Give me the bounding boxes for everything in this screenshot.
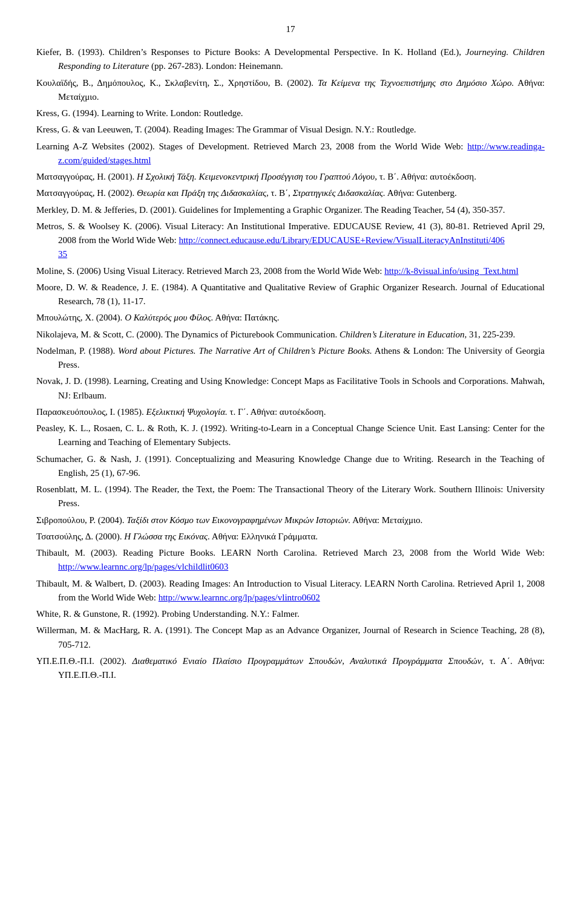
reference-entry: Nikolajeva, M. & Scott, C. (2000). The D… bbox=[36, 328, 545, 342]
reference-entry: Ματσαγγούρας, Η. (2001). Η Σχολική Τάξη.… bbox=[36, 170, 545, 184]
references-section: Kiefer, B. (1993). Children’s Responses … bbox=[36, 45, 545, 682]
reference-entry: White, R. & Gunstone, R. (1992). Probing… bbox=[36, 607, 545, 621]
reference-entry: Moline, S. (2006) Using Visual Literacy.… bbox=[36, 264, 545, 278]
reference-entry: Nodelman, P. (1988). Word about Pictures… bbox=[36, 344, 545, 373]
reference-entry: Ματσαγγούρας, Η. (2002). Θεωρία και Πράξ… bbox=[36, 186, 545, 200]
reference-entry: Novak, J. D. (1998). Learning, Creating … bbox=[36, 374, 545, 403]
reference-entry: Κουλαϊδής, Β., Δημόπουλος, Κ., Σκλαβενίτ… bbox=[36, 76, 545, 105]
reference-entry: Moore, D. W. & Readence, J. E. (1984). A… bbox=[36, 281, 545, 309]
reference-entry: Kiefer, B. (1993). Children’s Responses … bbox=[36, 45, 545, 74]
reference-entry: Παρασκευόπουλος, Ι. (1985). Εξελικτική Ψ… bbox=[36, 405, 545, 419]
reference-entry: Μπουλώτης, Χ. (2004). Ο Καλύτερός μου Φί… bbox=[36, 311, 545, 325]
page-number: 17 bbox=[36, 24, 545, 34]
reference-entry: Metros, S. & Woolsey K. (2006). Visual L… bbox=[36, 220, 545, 262]
reference-entry: Learning A-Z Websites (2002). Stages of … bbox=[36, 140, 545, 168]
reference-entry: ΥΠ.Ε.Π.Θ.-Π.Ι. (2002). Διαθεματικό Ενιαί… bbox=[36, 654, 545, 683]
reference-entry: Kress, G. (1994). Learning to Write. Lon… bbox=[36, 106, 545, 120]
reference-entry: Thibault, M. & Walbert, D. (2003). Readi… bbox=[36, 577, 545, 605]
reference-entry: Schumacher, G. & Nash, J. (1991). Concep… bbox=[36, 452, 545, 481]
reference-entry: Willerman, M. & MacHarg, R. A. (1991). T… bbox=[36, 623, 545, 652]
reference-entry: Σιβροπούλου, Ρ. (2004). Ταξίδι στον Κόσμ… bbox=[36, 513, 545, 527]
reference-entry: Τσατσούλης, Δ. (2000). Η Γλώσσα της Εικό… bbox=[36, 530, 545, 544]
reference-entry: Kress, G. & van Leeuwen, T. (2004). Read… bbox=[36, 123, 545, 137]
reference-entry: Rosenblatt, M. L. (1994). The Reader, th… bbox=[36, 483, 545, 511]
reference-entry: Merkley, D. M. & Jefferies, D. (2001). G… bbox=[36, 203, 545, 217]
reference-entry: Peasley, K. L., Rosaen, C. L. & Roth, K.… bbox=[36, 421, 545, 450]
reference-entry: Thibault, M. (2003). Reading Picture Boo… bbox=[36, 546, 545, 574]
